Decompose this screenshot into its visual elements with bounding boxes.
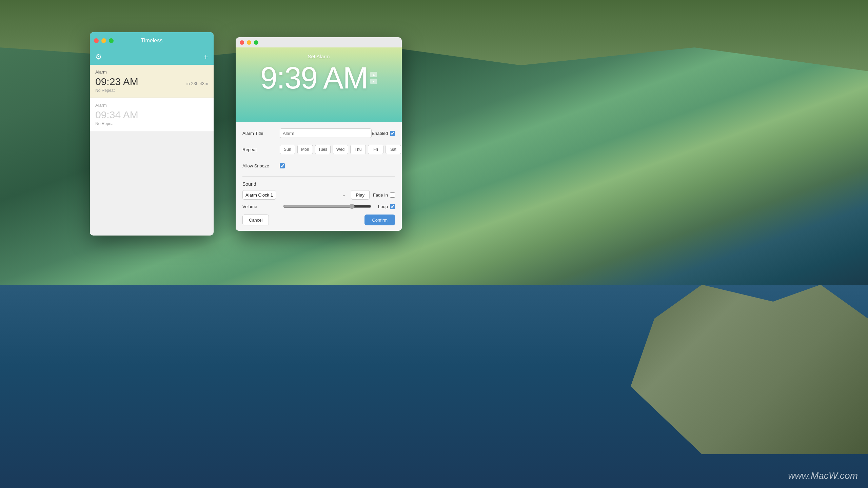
loop-row: Loop: [378, 204, 395, 209]
set-alarm-body: Alarm Title Enabled Repeat Sun Mon Tues …: [236, 122, 402, 231]
alarm-time-1: 09:23 AM: [95, 76, 138, 87]
minimize-button[interactable]: [101, 38, 106, 43]
alarm-item-1[interactable]: Alarm 09:23 AM in 23h 43m No Repeat: [90, 65, 214, 98]
repeat-label: Repeat: [242, 147, 280, 152]
alarm-repeat-1: No Repeat: [95, 88, 208, 93]
alarm-title-row: Alarm Title Enabled: [242, 127, 395, 139]
fade-in-label: Fade In: [373, 192, 388, 198]
fade-in-row: Fade In: [373, 192, 395, 198]
day-wed[interactable]: Wed: [333, 145, 348, 154]
day-sun[interactable]: Sun: [280, 145, 295, 154]
alarm-label-2: Alarm: [95, 103, 208, 108]
set-alarm-title: Set Alarm: [308, 54, 330, 59]
play-button[interactable]: Play: [351, 190, 370, 200]
alarm-time-2: 09:34 AM: [95, 109, 138, 121]
loop-label: Loop: [378, 204, 388, 209]
allow-snooze-label: Allow Snooze: [242, 163, 280, 168]
set-alarm-time: 9:39 AM: [260, 63, 368, 93]
maximize-button[interactable]: [109, 38, 114, 43]
sound-row: Alarm Clock 1 Play Fade In: [242, 190, 395, 200]
time-increment-button[interactable]: ▲: [370, 72, 377, 77]
window-controls: [94, 38, 114, 43]
volume-row: Volume: [242, 204, 371, 209]
sound-section-label: Sound: [242, 181, 395, 187]
alarm-title-input[interactable]: [280, 128, 372, 138]
set-alarm-header: Set Alarm 9:39 AM ▲ ▼: [236, 47, 402, 122]
settings-icon[interactable]: ⚙: [95, 53, 102, 61]
volume-slider[interactable]: [283, 204, 371, 209]
set-alarm-window: Set Alarm 9:39 AM ▲ ▼ Alarm Title Enable…: [236, 37, 402, 231]
alarm-item-2[interactable]: Alarm 09:34 AM No Repeat: [90, 98, 214, 131]
time-stepper: ▲ ▼: [370, 72, 377, 84]
repeat-row: Repeat Sun Mon Tues Wed Thu Fri Sat: [242, 144, 395, 155]
sound-select-wrapper: Alarm Clock 1: [242, 190, 348, 200]
cancel-button[interactable]: Cancel: [242, 215, 269, 225]
day-fri[interactable]: Fri: [368, 145, 383, 154]
confirm-button[interactable]: Confirm: [364, 215, 395, 225]
set-alarm-controls: [240, 40, 258, 45]
day-tues[interactable]: Tues: [315, 145, 331, 154]
time-decrement-button[interactable]: ▼: [370, 79, 377, 84]
timeless-toolbar: ⚙ +: [90, 49, 214, 65]
sa-minimize-button[interactable]: [247, 40, 251, 45]
day-thu[interactable]: Thu: [350, 145, 366, 154]
day-sat[interactable]: Sat: [386, 145, 401, 154]
sound-extra-row: Volume Loop: [242, 204, 395, 209]
allow-snooze-checkbox[interactable]: [280, 163, 285, 168]
enabled-row: Enabled: [372, 131, 395, 136]
set-alarm-titlebar: [236, 37, 402, 47]
action-row: Cancel Confirm: [242, 213, 395, 225]
fade-in-checkbox[interactable]: [390, 192, 395, 198]
alarm-repeat-2: No Repeat: [95, 121, 208, 126]
alarm-label-1: Alarm: [95, 69, 208, 75]
allow-snooze-row: Allow Snooze: [242, 160, 395, 171]
timeless-window: Timeless ⚙ + Alarm 09:23 AM in 23h 43m N…: [90, 32, 214, 236]
sound-select[interactable]: Alarm Clock 1: [242, 190, 276, 200]
divider: [242, 176, 395, 177]
sa-close-button[interactable]: [240, 40, 244, 45]
add-alarm-button[interactable]: +: [203, 52, 208, 62]
sa-maximize-button[interactable]: [254, 40, 258, 45]
timeless-titlebar: Timeless: [90, 32, 214, 49]
volume-label: Volume: [242, 204, 280, 209]
set-alarm-time-display: 9:39 AM ▲ ▼: [260, 63, 377, 93]
timeless-title: Timeless: [141, 38, 162, 44]
day-mon[interactable]: Mon: [297, 145, 313, 154]
enabled-label: Enabled: [372, 131, 388, 136]
watermark: www.MacW.com: [788, 470, 858, 481]
days-row: Sun Mon Tues Wed Thu Fri Sat: [280, 145, 401, 154]
alarm-countdown-1: in 23h 43m: [186, 81, 208, 86]
close-button[interactable]: [94, 38, 99, 43]
loop-checkbox[interactable]: [390, 204, 395, 209]
alarm-title-label: Alarm Title: [242, 131, 280, 136]
enabled-checkbox[interactable]: [390, 131, 395, 136]
alarm-list: Alarm 09:23 AM in 23h 43m No Repeat Alar…: [90, 65, 214, 131]
